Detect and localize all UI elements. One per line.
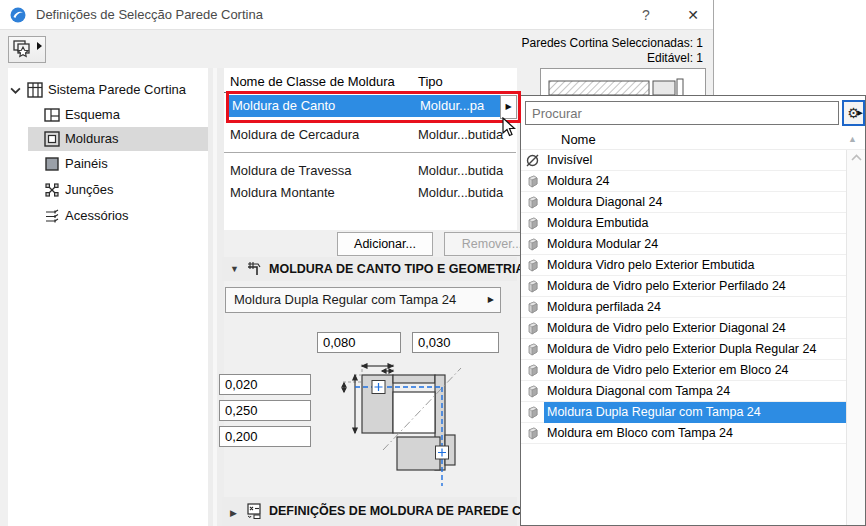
frame-type-value: Moldura Dupla Regular com Tampa 24 [234, 288, 456, 312]
popup-item[interactable]: Moldura Embutida [521, 213, 846, 234]
popup-item-selected[interactable]: Moldura Dupla Regular com Tampa 24 [521, 402, 846, 423]
frame-block-icon [525, 342, 540, 357]
dim-left-b-field[interactable] [219, 400, 311, 421]
favorites-icon [9, 37, 45, 62]
row-type: Moldur...butida [418, 182, 503, 204]
frame-block-icon [525, 237, 540, 252]
header-divider [224, 92, 517, 93]
sort-ascending-icon[interactable]: ▲ [848, 129, 857, 150]
sidebar-item-label: Painéis [65, 152, 108, 176]
screenshot-stage: Definições de Selecção Parede Cortina ? … [0, 0, 866, 526]
row-name: Moldura de Travessa [230, 160, 351, 182]
corner-frame-icon [246, 261, 262, 277]
chevron-down-icon[interactable] [10, 85, 21, 96]
popup-item-label: Moldura Diagonal 24 [547, 192, 662, 213]
collapse-triangle-icon[interactable]: ▼ [230, 257, 239, 281]
frame-block-icon [525, 384, 540, 399]
column-header-name[interactable]: Nome de Classe de Moldura [230, 71, 395, 92]
table-row-moldura-montante[interactable]: Moldura Montante Moldur...butida [224, 182, 517, 204]
popup-item[interactable]: Moldura Modular 24 [521, 234, 846, 255]
curtain-wall-system-icon [27, 82, 43, 98]
app-logo-icon [10, 7, 26, 23]
dim-top-b-field[interactable] [412, 332, 499, 353]
sidebar-item-label: Junções [65, 178, 113, 202]
frame-block-icon [525, 363, 540, 378]
invisible-icon [525, 153, 540, 168]
expand-triangle-icon[interactable]: ▶ [230, 499, 237, 526]
title-bar: Definições de Selecção Parede Cortina ? … [0, 0, 713, 30]
mouse-cursor-icon [500, 117, 516, 139]
table-row-moldura-de-cercadura[interactable]: Moldura de Cercadura Moldur...butida [224, 124, 517, 146]
popup-item[interactable]: Moldura de Vidro pelo Exterior Dupla Reg… [521, 339, 846, 360]
settings-list-icon [246, 503, 262, 519]
row-name: Moldura de Cercadura [230, 124, 359, 146]
popup-item[interactable]: Moldura de Vidro pelo Exterior Diagonal … [521, 318, 846, 339]
popup-item-label: Moldura Modular 24 [547, 234, 658, 255]
dim-top-a-field[interactable] [317, 332, 401, 353]
popup-item[interactable]: Moldura de Vidro pelo Exterior em Bloco … [521, 360, 846, 381]
popup-settings-button[interactable]: ⚙▶ [842, 100, 865, 126]
flyout-arrow-icon: ▶ [488, 288, 494, 312]
popup-item[interactable]: Moldura Diagonal com Tampa 24 [521, 381, 846, 402]
row-name: Moldura Montante [230, 182, 335, 204]
sidebar-item-label: Acessórios [65, 204, 129, 228]
name-column-header: Nome [561, 129, 596, 150]
table-header: Nome de Classe de Moldura Tipo [224, 71, 517, 92]
popup-scrollbar[interactable] [846, 150, 865, 525]
table-row-moldura-de-travessa[interactable]: Moldura de Travessa Moldur...butida [224, 160, 517, 182]
sidebar-item-label: Esquema [65, 103, 120, 127]
table-row-moldura-de-canto[interactable]: Moldura de Canto Moldur...pa 24 [226, 95, 501, 117]
frame-block-icon [525, 300, 540, 315]
popup-item-label: Moldura 24 [547, 171, 610, 192]
dim-left-c-field[interactable] [219, 426, 311, 447]
search-input[interactable] [525, 101, 839, 125]
popup-item[interactable]: Moldura Diagonal 24 [521, 192, 846, 213]
section-header-geometry[interactable]: ▼ MOLDURA DE CANTO TIPO E GEOMETRIA [222, 257, 517, 281]
flyout-arrow-icon: ▶ [858, 109, 863, 117]
sidebar-item-label: Molduras [65, 127, 118, 151]
popup-item-label: Moldura em Bloco com Tampa 24 [547, 423, 733, 444]
popup-item-label: Moldura de Vidro pelo Exterior Diagonal … [547, 318, 786, 339]
frame-block-icon [525, 405, 540, 420]
add-button[interactable]: Adicionar... [337, 232, 433, 256]
popup-item[interactable]: Moldura Vidro pelo Exterior Embutida [521, 255, 846, 276]
row-type: Moldur...butida [418, 160, 503, 182]
accessories-icon [44, 208, 60, 224]
popup-list-header[interactable]: Nome ▲ [521, 129, 865, 150]
row-type: Moldur...butida [418, 124, 503, 146]
popup-item-label: Moldura Diagonal com Tampa 24 [547, 381, 730, 402]
dim-left-a-field[interactable] [219, 374, 311, 395]
popup-item-invisivel[interactable]: Invisível [521, 150, 846, 171]
close-icon[interactable]: ✕ [676, 0, 710, 30]
corner-geometry-diagram [335, 358, 515, 493]
popup-item-label: Invisível [547, 150, 592, 171]
panel-splitter[interactable] [208, 68, 224, 526]
frames-icon [44, 131, 60, 147]
status-selected: Paredes Cortina Seleccionadas: 1 [522, 36, 703, 51]
favorites-button[interactable] [8, 36, 46, 63]
type-flyout-button[interactable]: ▶ [500, 95, 517, 119]
row-name: Moldura de Canto [232, 95, 335, 117]
section-header-frame-settings[interactable]: ▶ DEFINIÇÕES DE MOLDURA DE PAREDE CORTIN… [222, 497, 517, 526]
popup-item-label: Moldura de Vidro pelo Exterior em Bloco … [547, 360, 789, 381]
help-button[interactable]: ? [629, 0, 663, 30]
popup-item[interactable]: Moldura perfilada 24 [521, 297, 846, 318]
frame-type-selector[interactable]: Moldura Dupla Regular com Tampa 24 ▶ [225, 287, 501, 313]
popup-item-label: Moldura perfilada 24 [547, 297, 661, 318]
selection-status: Paredes Cortina Seleccionadas: 1 Editáve… [522, 36, 703, 66]
sidebar-tree: Sistema Parede Cortina Esquema Molduras [8, 68, 208, 526]
popup-item[interactable]: Moldura de Vidro pelo Exterior Perfilado… [521, 276, 846, 297]
popup-item-label: Moldura de Vidro pelo Exterior Perfilado… [547, 276, 786, 297]
popup-item[interactable]: Moldura em Bloco com Tampa 24 [521, 423, 846, 444]
popup-item[interactable]: Moldura 24 [521, 171, 846, 192]
popup-item-label: Moldura Embutida [547, 213, 648, 234]
frame-class-table: Nome de Classe de Moldura Tipo Moldura d… [224, 68, 517, 230]
sidebar-item-label: Sistema Parede Cortina [48, 78, 186, 102]
frame-block-icon [525, 321, 540, 336]
popup-item-label: Moldura Dupla Regular com Tampa 24 [547, 402, 761, 423]
column-header-type[interactable]: Tipo [418, 71, 443, 92]
panels-icon [44, 156, 60, 172]
scroll-up-icon[interactable] [851, 154, 862, 162]
frame-block-icon [525, 216, 540, 231]
frame-block-icon [525, 174, 540, 189]
